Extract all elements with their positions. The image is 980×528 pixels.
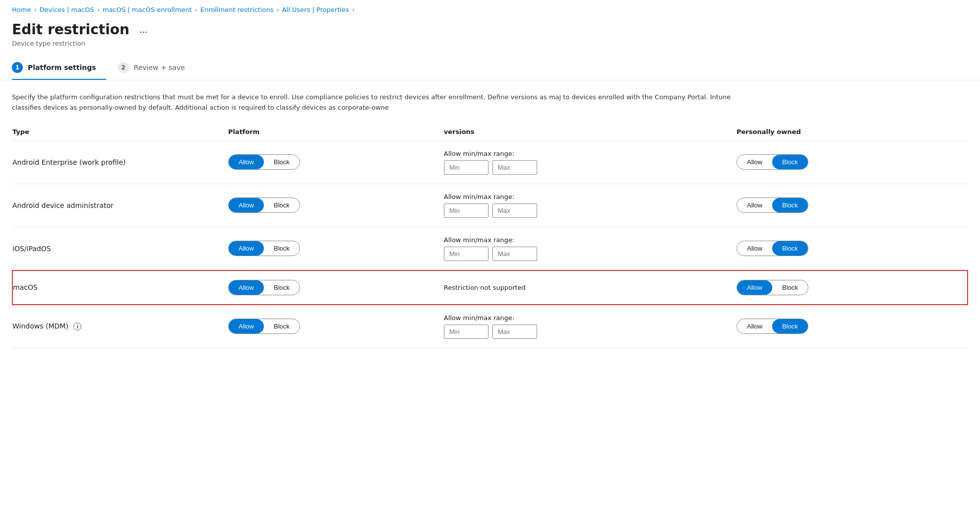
cell-type-1: Android device administrator — [12, 184, 228, 227]
cell-type-4: Windows (MDM) i — [12, 305, 228, 348]
cell-platform-3: AllowBlock — [228, 270, 444, 305]
version-max-input[interactable] — [492, 160, 537, 175]
version-max-input[interactable] — [492, 247, 537, 261]
personally-block-button[interactable]: Block — [772, 241, 808, 256]
platform-block-button[interactable]: Block — [264, 155, 300, 169]
versions-range-label: Allow min/max range: — [444, 150, 729, 157]
info-icon[interactable]: i — [73, 323, 81, 330]
versions-inputs-group — [444, 247, 729, 261]
versions-cell-content: Allow min/max range: — [444, 193, 729, 218]
cell-personally-2: AllowBlock — [736, 227, 968, 270]
restriction-table: Type Platform versions Personally owned … — [12, 123, 968, 348]
page-header: Edit restriction ... Device type restric… — [0, 17, 980, 49]
versions-cell-content: Allow min/max range: — [444, 314, 729, 339]
cell-type-3: macOS — [12, 270, 228, 305]
platform-allow-button[interactable]: Allow — [229, 198, 264, 212]
versions-inputs-group — [444, 160, 729, 175]
platform-toggle-group: AllowBlock — [228, 280, 300, 295]
cell-personally-3: AllowBlock — [736, 270, 968, 305]
platform-block-button[interactable]: Block — [264, 198, 300, 212]
version-min-input[interactable] — [444, 203, 489, 218]
cell-versions-4: Allow min/max range: — [444, 305, 736, 348]
cell-platform-2: AllowBlock — [228, 227, 444, 270]
version-max-input[interactable] — [492, 325, 537, 339]
personally-toggle-group: AllowBlock — [736, 319, 808, 334]
tab-1-number: 1 — [12, 62, 23, 73]
personally-allow-button[interactable]: Allow — [737, 155, 772, 169]
tab-review-save[interactable]: 2 Review + save — [118, 57, 195, 80]
versions-range-label: Allow min/max range: — [444, 193, 729, 200]
personally-toggle-group: AllowBlock — [736, 280, 808, 295]
page-title: Edit restriction — [12, 21, 129, 38]
platform-allow-button[interactable]: Allow — [229, 155, 264, 169]
personally-allow-button[interactable]: Allow — [737, 198, 772, 212]
cell-versions-3: Restriction not supported — [444, 270, 736, 305]
page-subtitle: Device type restriction — [12, 40, 968, 47]
versions-inputs-group — [444, 203, 729, 218]
platform-toggle-group: AllowBlock — [228, 319, 300, 334]
tabs-container: 1 Platform settings 2 Review + save — [0, 49, 980, 80]
versions-cell-content: Allow min/max range: — [444, 150, 729, 175]
cell-platform-1: AllowBlock — [228, 184, 444, 227]
personally-allow-button[interactable]: Allow — [737, 319, 772, 333]
table-row: macOSAllowBlockRestriction not supported… — [12, 270, 968, 305]
table-row: Windows (MDM) iAllowBlockAllow min/max r… — [12, 305, 968, 348]
personally-toggle-group: AllowBlock — [736, 241, 808, 256]
col-header-versions: versions — [444, 123, 736, 141]
versions-inputs-group — [444, 325, 729, 339]
breadcrumb-all-users-properties[interactable]: All Users | Properties — [282, 6, 349, 13]
restriction-not-supported-label: Restriction not supported — [444, 284, 526, 291]
platform-block-button[interactable]: Block — [264, 241, 300, 256]
version-min-input[interactable] — [444, 160, 489, 175]
versions-range-label: Allow min/max range: — [444, 314, 729, 322]
cell-versions-1: Allow min/max range: — [444, 184, 736, 227]
tab-2-label: Review + save — [134, 64, 185, 71]
breadcrumb-enrollment-restrictions[interactable]: Enrollment restrictions — [200, 6, 274, 13]
platform-allow-button[interactable]: Allow — [229, 280, 264, 295]
breadcrumb-macos-enrollment[interactable]: macOS | macOS enrollment — [103, 6, 192, 13]
breadcrumb: Home › Devices | macOS › macOS | macOS e… — [0, 0, 980, 17]
versions-range-label: Allow min/max range: — [444, 236, 729, 244]
cell-type-0: Android Enterprise (work profile) — [12, 140, 228, 184]
ellipsis-button[interactable]: ... — [135, 22, 152, 37]
table-header-row: Type Platform versions Personally owned — [12, 123, 968, 141]
col-header-platform: Platform — [228, 123, 444, 141]
personally-block-button[interactable]: Block — [772, 155, 808, 169]
platform-block-button[interactable]: Block — [264, 319, 300, 333]
platform-allow-button[interactable]: Allow — [229, 241, 264, 256]
platform-toggle-group: AllowBlock — [228, 198, 300, 213]
cell-platform-4: AllowBlock — [228, 305, 444, 348]
table-row: iOS/iPadOSAllowBlockAllow min/max range:… — [12, 227, 968, 270]
version-max-input[interactable] — [492, 203, 537, 218]
tab-1-label: Platform settings — [28, 64, 96, 71]
table-container: Type Platform versions Personally owned … — [0, 123, 980, 348]
breadcrumb-home[interactable]: Home — [12, 6, 31, 13]
cell-versions-2: Allow min/max range: — [444, 227, 736, 270]
cell-type-2: iOS/iPadOS — [12, 227, 228, 270]
cell-versions-0: Allow min/max range: — [444, 140, 736, 184]
cell-personally-1: AllowBlock — [736, 184, 968, 227]
col-header-type: Type — [12, 123, 228, 141]
version-min-input[interactable] — [444, 247, 489, 261]
platform-toggle-group: AllowBlock — [228, 154, 300, 170]
personally-block-button[interactable]: Block — [772, 319, 808, 333]
platform-allow-button[interactable]: Allow — [229, 319, 264, 333]
description-text: Specify the platform configuration restr… — [0, 80, 744, 123]
version-min-input[interactable] — [444, 325, 489, 339]
personally-allow-button[interactable]: Allow — [737, 280, 772, 295]
versions-cell-content: Allow min/max range: — [444, 236, 729, 261]
personally-allow-button[interactable]: Allow — [737, 241, 772, 256]
platform-toggle-group: AllowBlock — [228, 241, 300, 256]
col-header-personally: Personally owned — [736, 123, 968, 141]
tab-platform-settings[interactable]: 1 Platform settings — [12, 57, 106, 80]
table-row: Android device administratorAllowBlockAl… — [12, 184, 968, 227]
personally-block-button[interactable]: Block — [772, 198, 808, 212]
cell-personally-4: AllowBlock — [736, 305, 968, 348]
personally-toggle-group: AllowBlock — [736, 154, 808, 170]
personally-block-button[interactable]: Block — [772, 280, 808, 295]
breadcrumb-devices-macos[interactable]: Devices | macOS — [40, 6, 94, 13]
type-label: Windows (MDM) — [12, 322, 68, 330]
platform-block-button[interactable]: Block — [264, 280, 300, 295]
cell-personally-0: AllowBlock — [736, 140, 968, 184]
cell-platform-0: AllowBlock — [228, 140, 444, 184]
